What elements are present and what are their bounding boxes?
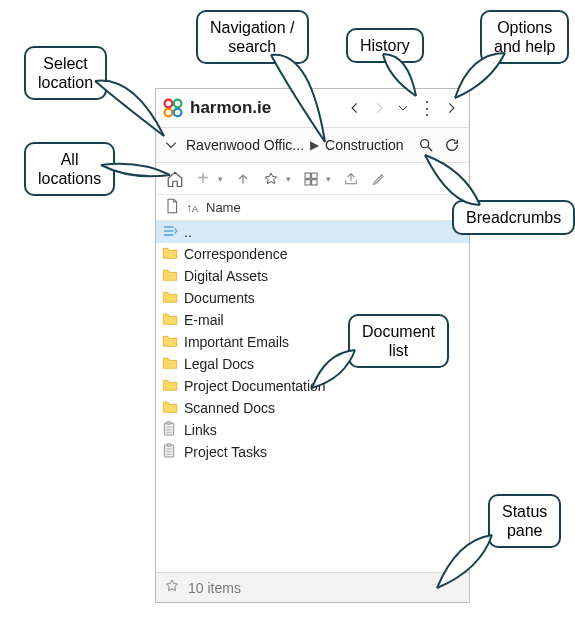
- svg-line-5: [428, 147, 432, 151]
- svg-rect-8: [305, 179, 310, 184]
- favorite-button[interactable]: [258, 166, 284, 192]
- item-name: Scanned Docs: [184, 400, 275, 416]
- item-name: Correspondence: [184, 246, 288, 262]
- svg-rect-16: [167, 443, 171, 446]
- item-name: Important Emails: [184, 334, 289, 350]
- folder-icon: [162, 378, 184, 395]
- sort-icon[interactable]: ↑A: [182, 201, 202, 215]
- svg-rect-6: [305, 173, 310, 178]
- item-name: Documents: [184, 290, 255, 306]
- brand-label: harmon.ie: [190, 98, 271, 118]
- location-dropdown-icon[interactable]: [160, 138, 182, 152]
- list-item[interactable]: Scanned Docs: [156, 397, 469, 419]
- expand-button[interactable]: [439, 94, 463, 122]
- item-name: Project Tasks: [184, 444, 267, 460]
- share-button[interactable]: [338, 166, 364, 192]
- item-name: E-mail: [184, 312, 224, 328]
- folder-icon: [162, 312, 184, 329]
- item-name: Legal Docs: [184, 356, 254, 372]
- svg-rect-7: [312, 173, 317, 178]
- folder-icon: [162, 246, 184, 263]
- refresh-button[interactable]: [439, 137, 465, 153]
- file-type-column-icon: [162, 198, 182, 217]
- toolbar: + ▾ ▾ ▾: [156, 163, 469, 195]
- breadcrumb-loc1[interactable]: Ravenwood Offic...: [182, 137, 308, 153]
- status-bar: 10 items: [156, 572, 469, 602]
- list-icon: [162, 421, 184, 440]
- item-name: Project Documentation: [184, 378, 326, 394]
- callout-doc-list: Document list: [348, 314, 449, 368]
- svg-point-2: [165, 109, 173, 117]
- svg-rect-11: [167, 421, 171, 424]
- item-name: Digital Assets: [184, 268, 268, 284]
- status-text: 10 items: [188, 580, 241, 596]
- edit-button[interactable]: [366, 166, 392, 192]
- callout-options: Options and help: [480, 10, 569, 64]
- item-name: ..: [184, 224, 192, 240]
- callout-breadcrumbs: Breadcrumbs: [452, 200, 575, 235]
- breadcrumb-separator-icon: ▶: [308, 138, 321, 152]
- svg-point-0: [165, 100, 173, 108]
- list-item[interactable]: Project Documentation: [156, 375, 469, 397]
- list-icon: [162, 443, 184, 462]
- folder-icon: [162, 334, 184, 351]
- view-button[interactable]: [298, 166, 324, 192]
- list-item[interactable]: Project Tasks: [156, 441, 469, 463]
- options-button[interactable]: ⋮: [415, 94, 439, 122]
- new-dropdown-icon[interactable]: ▾: [218, 174, 228, 184]
- folder-icon: [162, 400, 184, 417]
- svg-point-3: [174, 109, 182, 117]
- breadcrumb-loc2[interactable]: Construction: [321, 137, 408, 153]
- list-item[interactable]: Documents: [156, 287, 469, 309]
- name-column-header[interactable]: Name: [202, 200, 241, 215]
- back-button[interactable]: [343, 94, 367, 122]
- forward-button[interactable]: [367, 94, 391, 122]
- folder-icon: [162, 268, 184, 285]
- view-dropdown-icon[interactable]: ▾: [326, 174, 336, 184]
- upload-button[interactable]: [230, 166, 256, 192]
- callout-status-pane: Status pane: [488, 494, 561, 548]
- list-item[interactable]: Correspondence: [156, 243, 469, 265]
- harmonie-logo-icon: [162, 97, 184, 119]
- svg-rect-15: [164, 445, 173, 457]
- svg-rect-10: [164, 423, 173, 435]
- history-dropdown[interactable]: [391, 94, 415, 122]
- folder-icon: [162, 356, 184, 373]
- item-name: Links: [184, 422, 217, 438]
- app-header: harmon.ie ⋮: [156, 89, 469, 127]
- folder-icon: [162, 290, 184, 307]
- home-button[interactable]: [162, 166, 188, 192]
- list-header[interactable]: ↑A Name: [156, 195, 469, 221]
- callout-select-location: Select location: [24, 46, 107, 100]
- favorite-icon[interactable]: [164, 578, 180, 597]
- document-list: ..CorrespondenceDigital AssetsDocumentsE…: [156, 221, 469, 572]
- callout-history: History: [346, 28, 424, 63]
- svg-rect-9: [312, 179, 317, 184]
- parent-folder-icon: [162, 224, 184, 241]
- callout-all-locations: All locations: [24, 142, 115, 196]
- list-item[interactable]: Digital Assets: [156, 265, 469, 287]
- callout-nav-search: Navigation / search: [196, 10, 309, 64]
- favorite-dropdown-icon[interactable]: ▾: [286, 174, 296, 184]
- new-button[interactable]: +: [190, 166, 216, 192]
- list-item[interactable]: ..: [156, 221, 469, 243]
- search-button[interactable]: [413, 137, 439, 153]
- breadcrumb-bar: Ravenwood Offic... ▶ Construction: [156, 127, 469, 163]
- svg-point-1: [174, 100, 182, 108]
- list-item[interactable]: Links: [156, 419, 469, 441]
- svg-point-4: [421, 140, 429, 148]
